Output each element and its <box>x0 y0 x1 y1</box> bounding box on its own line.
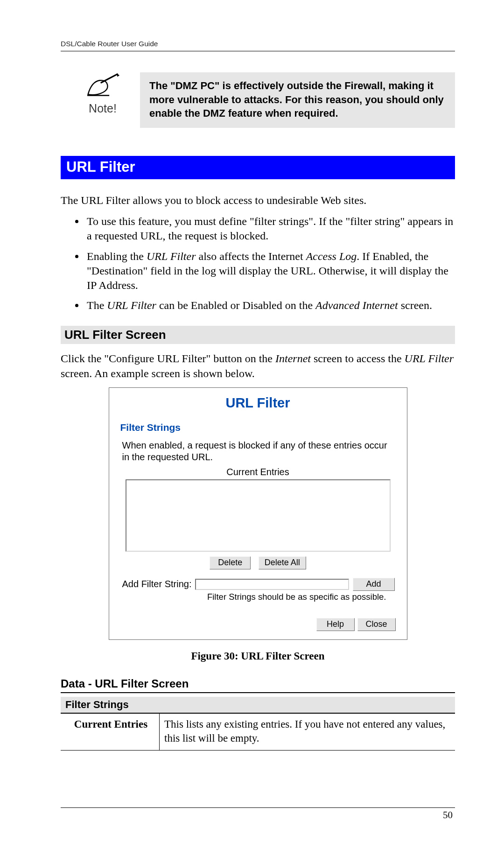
row-key: Current Entries <box>61 714 160 750</box>
delete-all-button[interactable]: Delete All <box>259 556 306 569</box>
bullet-1: To use this feature, you must define "fi… <box>85 214 455 243</box>
note-label: Note! <box>82 102 124 115</box>
header-rule <box>61 51 455 51</box>
subsection-banner-url-filter-screen: URL Filter Screen <box>61 326 455 344</box>
data-heading: Data - URL Filter Screen <box>61 677 455 693</box>
shot-title: URL Filter <box>113 395 403 411</box>
close-button[interactable]: Close <box>357 618 396 631</box>
page-number: 50 <box>443 809 453 821</box>
bullet-3: The URL Filter can be Enabled or Disable… <box>85 298 455 313</box>
current-entries-label: Current Entries <box>113 467 403 477</box>
bullet-2: Enabling the URL Filter also affects the… <box>85 249 455 293</box>
feature-bullets: To use this feature, you must define "fi… <box>61 214 455 313</box>
add-filter-label: Add Filter String: <box>122 579 192 589</box>
subsection-paragraph: Click the "Configure URL Filter" button … <box>61 351 455 380</box>
url-filter-screenshot: URL Filter Filter Strings When enabled, … <box>109 387 407 640</box>
row-value: This lists any existing entries. If you … <box>160 714 455 750</box>
add-button[interactable]: Add <box>353 578 395 591</box>
current-entries-listbox[interactable] <box>126 479 391 552</box>
table-row: Current Entries This lists any existing … <box>61 714 455 750</box>
shot-subtitle: Filter Strings <box>120 422 403 433</box>
help-button[interactable]: Help <box>316 618 355 631</box>
running-header: DSL/Cable Router User Guide <box>61 40 455 48</box>
footer-rule <box>61 807 455 808</box>
figure-caption: Figure 30: URL Filter Screen <box>61 650 455 662</box>
add-filter-input[interactable] <box>195 579 349 590</box>
delete-button[interactable]: Delete <box>210 556 251 569</box>
note-text: The "DMZ PC" is effectively outside the … <box>140 72 455 128</box>
writing-hand-icon <box>84 91 121 99</box>
data-table: Current Entries This lists any existing … <box>61 714 455 751</box>
filter-hint: Filter Strings should be as specific as … <box>113 592 386 602</box>
table-group-head: Filter Strings <box>61 697 455 714</box>
intro-paragraph: The URL Filter allows you to block acces… <box>61 193 455 208</box>
section-banner-url-filter: URL Filter <box>61 156 455 179</box>
shot-description: When enabled, a request is blocked if an… <box>122 440 395 463</box>
note-callout: Note! The "DMZ PC" is effectively outsid… <box>82 72 455 128</box>
